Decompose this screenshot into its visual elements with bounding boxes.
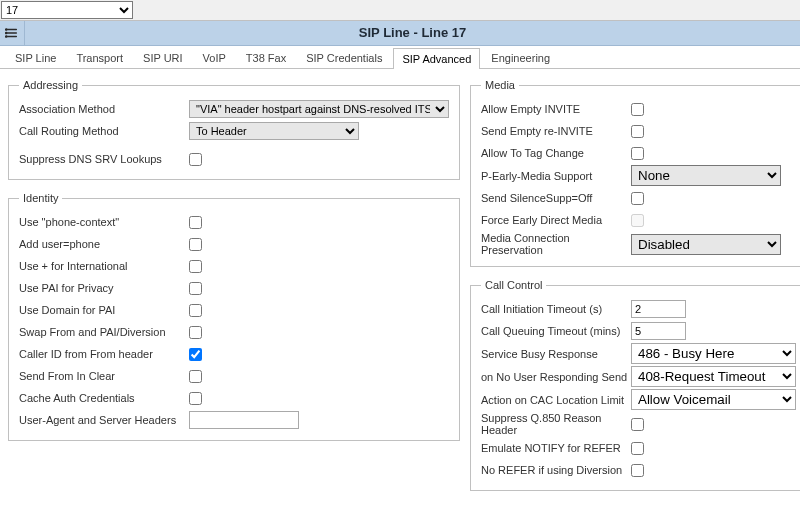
left-column: Addressing Association Method "VIA" head… [8, 75, 460, 510]
list-icon[interactable] [0, 21, 25, 45]
title-bar: SIP Line - Line 17 [0, 21, 800, 46]
domain-pai-checkbox[interactable] [189, 304, 202, 317]
service-busy-label: Service Busy Response [481, 348, 631, 360]
association-method-label: Association Method [19, 103, 189, 115]
service-busy-select[interactable]: 486 - Busy Here [631, 343, 796, 364]
plus-intl-label: Use + for International [19, 260, 189, 272]
cac-limit-label: Action on CAC Location Limit [481, 394, 631, 406]
addressing-group: Addressing Association Method "VIA" head… [8, 79, 460, 180]
media-conn-preserv-select[interactable]: Disabled [631, 234, 781, 255]
no-user-resp-label: on No User Responding Send [481, 371, 631, 383]
svg-point-5 [6, 36, 7, 37]
tab-transport[interactable]: Transport [67, 47, 132, 68]
domain-pai-label: Use Domain for PAI [19, 304, 189, 316]
init-timeout-label: Call Initiation Timeout (s) [481, 303, 631, 315]
silence-supp-label: Send SilenceSupp=Off [481, 192, 631, 204]
swap-from-pai-checkbox[interactable] [189, 326, 202, 339]
send-empty-reinvite-checkbox[interactable] [631, 125, 644, 138]
no-user-resp-select[interactable]: 408-Request Timeout [631, 366, 796, 387]
ua-headers-input[interactable] [189, 411, 299, 429]
caller-id-from-checkbox[interactable] [189, 348, 202, 361]
tab-t38-fax[interactable]: T38 Fax [237, 47, 295, 68]
top-toolbar: 17 [0, 0, 800, 21]
tab-sip-line[interactable]: SIP Line [6, 47, 65, 68]
pai-privacy-label: Use PAI for Privacy [19, 282, 189, 294]
svg-point-3 [6, 29, 7, 30]
call-control-group: Call Control Call Initiation Timeout (s)… [470, 279, 800, 491]
swap-from-pai-label: Swap From and PAI/Diversion [19, 326, 189, 338]
plus-intl-checkbox[interactable] [189, 260, 202, 273]
no-refer-diversion-label: No REFER if using Diversion [481, 464, 631, 476]
media-legend: Media [481, 79, 519, 91]
queuing-timeout-label: Call Queuing Timeout (mins) [481, 325, 631, 337]
cac-limit-select[interactable]: Allow Voicemail [631, 389, 796, 410]
cache-auth-label: Cache Auth Credentials [19, 392, 189, 404]
send-empty-reinvite-label: Send Empty re-INVITE [481, 125, 631, 137]
init-timeout-input[interactable] [631, 300, 686, 318]
allow-empty-invite-label: Allow Empty INVITE [481, 103, 631, 115]
call-routing-select[interactable]: To Header [189, 122, 359, 140]
ua-headers-label: User-Agent and Server Headers [19, 414, 189, 426]
emulate-notify-checkbox[interactable] [631, 442, 644, 455]
suppress-dns-checkbox[interactable] [189, 153, 202, 166]
force-early-direct-checkbox [631, 214, 644, 227]
suppress-q850-checkbox[interactable] [631, 418, 644, 431]
allow-empty-invite-checkbox[interactable] [631, 103, 644, 116]
addressing-legend: Addressing [19, 79, 82, 91]
content-area: Addressing Association Method "VIA" head… [0, 69, 800, 510]
svg-point-4 [6, 32, 7, 33]
identity-legend: Identity [19, 192, 62, 204]
suppress-q850-label: Suppress Q.850 Reason Header [481, 412, 631, 436]
call-routing-label: Call Routing Method [19, 125, 189, 137]
call-control-legend: Call Control [481, 279, 546, 291]
pai-privacy-checkbox[interactable] [189, 282, 202, 295]
tab-sip-uri[interactable]: SIP URI [134, 47, 192, 68]
suppress-dns-label: Suppress DNS SRV Lookups [19, 153, 189, 165]
silence-supp-checkbox[interactable] [631, 192, 644, 205]
tab-strip: SIP Line Transport SIP URI VoIP T38 Fax … [0, 46, 800, 69]
tab-voip[interactable]: VoIP [194, 47, 235, 68]
tab-sip-advanced[interactable]: SIP Advanced [393, 48, 480, 69]
caller-id-from-label: Caller ID from From header [19, 348, 189, 360]
identity-group: Identity Use "phone-context" Add user=ph… [8, 192, 460, 441]
send-from-clear-checkbox[interactable] [189, 370, 202, 383]
phone-context-label: Use "phone-context" [19, 216, 189, 228]
allow-to-tag-checkbox[interactable] [631, 147, 644, 160]
queuing-timeout-input[interactable] [631, 322, 686, 340]
emulate-notify-label: Emulate NOTIFY for REFER [481, 442, 631, 454]
add-user-phone-checkbox[interactable] [189, 238, 202, 251]
force-early-direct-label: Force Early Direct Media [481, 214, 631, 226]
no-refer-diversion-checkbox[interactable] [631, 464, 644, 477]
page-title: SIP Line - Line 17 [25, 21, 800, 45]
allow-to-tag-label: Allow To Tag Change [481, 147, 631, 159]
tab-engineering[interactable]: Engineering [482, 47, 559, 68]
p-early-media-select[interactable]: None [631, 165, 781, 186]
send-from-clear-label: Send From In Clear [19, 370, 189, 382]
tab-sip-credentials[interactable]: SIP Credentials [297, 47, 391, 68]
association-method-select[interactable]: "VIA" header hostpart against DNS-resolv… [189, 100, 449, 118]
phone-context-checkbox[interactable] [189, 216, 202, 229]
right-column: Media Allow Empty INVITE Send Empty re-I… [470, 75, 800, 510]
add-user-phone-label: Add user=phone [19, 238, 189, 250]
media-conn-preserv-label: Media Connection Preservation [481, 232, 631, 256]
cache-auth-checkbox[interactable] [189, 392, 202, 405]
line-select[interactable]: 17 [1, 1, 133, 19]
media-group: Media Allow Empty INVITE Send Empty re-I… [470, 79, 800, 267]
p-early-media-label: P-Early-Media Support [481, 170, 631, 182]
